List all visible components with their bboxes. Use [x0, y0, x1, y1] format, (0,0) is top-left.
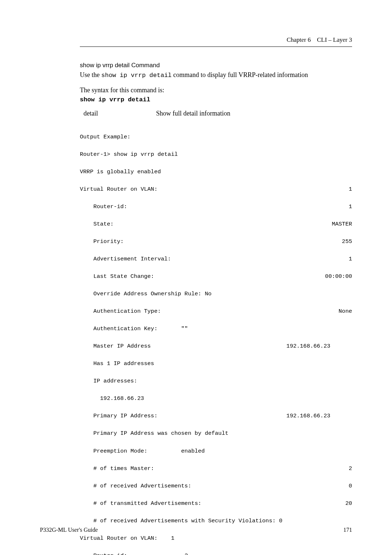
desc-pre: Use the	[80, 71, 101, 78]
output-row: Virtual Router on VLAN: 1	[80, 534, 352, 543]
output-secviol: # of received Advertisements with Securi…	[80, 516, 352, 525]
output-row: Router-id:1	[80, 202, 352, 211]
output-enabled: VRRP is globally enabled	[80, 167, 352, 176]
out-val: 0	[349, 482, 352, 490]
out-label: Primary IP Address:	[80, 412, 158, 420]
output-row: Virtual Router on VLAN:1	[80, 185, 352, 194]
header-rule	[80, 46, 352, 47]
out-val: 20	[345, 499, 352, 508]
out-label: # of times Master:	[80, 464, 154, 473]
page-footer: P332G-ML User's Guide 171	[40, 527, 352, 533]
out-val: 1	[349, 202, 352, 211]
out-label: Virtual Router on VLAN:	[80, 185, 158, 194]
section-description: Use the show ip vrrp detail command to d…	[80, 70, 352, 80]
output-row: State:MASTER	[80, 220, 352, 228]
out-val: 255	[342, 237, 352, 246]
out-label: # of transmitted Advertisements:	[80, 499, 201, 508]
out-label: Virtual Router on VLAN: 1	[80, 534, 174, 543]
out-val: 2	[349, 464, 352, 473]
out-label: Last State Change:	[80, 272, 154, 281]
desc-post: command to display full VRRP-related inf…	[172, 71, 308, 78]
out-label: # of received Advertisements:	[80, 482, 191, 490]
out-val: 192.168.66.23	[286, 412, 352, 420]
output-hasips: Has 1 IP addresses	[80, 359, 352, 368]
content-body: show ip vrrp detail Command Use the show…	[80, 62, 352, 555]
out-val: None	[339, 307, 352, 316]
output-prompt: Router-1> show ip vrrp detail	[80, 150, 352, 159]
out-label: Advertisement Interval:	[80, 255, 171, 263]
param-row: detail Show full detail information	[83, 110, 352, 117]
output-row: Primary IP Address:192.168.66.23	[80, 412, 352, 420]
output-row: Advertisement Interval:1	[80, 255, 352, 263]
output-row: # of received Advertisements:0	[80, 482, 352, 490]
desc-cmd: show ip vrrp detail	[101, 72, 172, 79]
output-row: # of transmitted Advertisements:20	[80, 499, 352, 508]
out-label: Router-id:	[80, 202, 127, 211]
out-label: State:	[80, 220, 114, 228]
output-ipsval: 192.168.66.23	[80, 394, 352, 403]
output-primary-chosen: Primary IP Address was chosen by default	[80, 429, 352, 438]
out-label: Master IP Address	[80, 342, 151, 351]
out-label: Router-id: 2	[80, 551, 188, 555]
syntax-command: show ip vrrp detail	[80, 96, 352, 103]
chapter-title: CLI – Layer 3	[317, 36, 352, 43]
output-row: # of times Master:2	[80, 464, 352, 473]
out-val: 1	[349, 255, 352, 263]
page-header: Chapter 6 CLI – Layer 3	[287, 36, 352, 44]
output-row: Preemption Mode: enabled	[80, 447, 352, 455]
output-row: Priority:255	[80, 237, 352, 246]
chapter-label: Chapter 6	[287, 36, 311, 43]
out-val: 1	[349, 185, 352, 194]
output-row: Authentication Key: ""	[80, 324, 352, 333]
output-ipslabel: IP addresses:	[80, 377, 352, 385]
output-row: Router-id: 2	[80, 551, 352, 555]
out-label: Authentication Key: ""	[80, 324, 188, 333]
out-label: Preemption Mode: enabled	[80, 447, 205, 455]
param-desc: Show full detail information	[156, 110, 230, 117]
output-override: Override Address Ownership Rule: No	[80, 289, 352, 298]
section-heading: show ip vrrp detail Command	[80, 62, 352, 69]
output-example: Output Example: Router-1> show ip vrrp d…	[80, 124, 352, 555]
out-val: MASTER	[332, 220, 352, 228]
output-row: Last State Change:00:00:00	[80, 272, 352, 281]
footer-page-number: 171	[343, 527, 352, 533]
output-row: Master IP Address192.168.66.23	[80, 342, 352, 351]
footer-left: P332G-ML User's Guide	[40, 527, 98, 533]
param-name: detail	[83, 110, 156, 117]
out-label: Priority:	[80, 237, 124, 246]
out-val: 192.168.66.23	[286, 342, 352, 351]
out-val: 00:00:00	[325, 272, 352, 281]
output-row: Authentication Type:None	[80, 307, 352, 316]
output-heading: Output Example:	[80, 133, 352, 141]
out-label: Authentication Type:	[80, 307, 161, 316]
syntax-label: The syntax for this command is:	[80, 86, 352, 94]
